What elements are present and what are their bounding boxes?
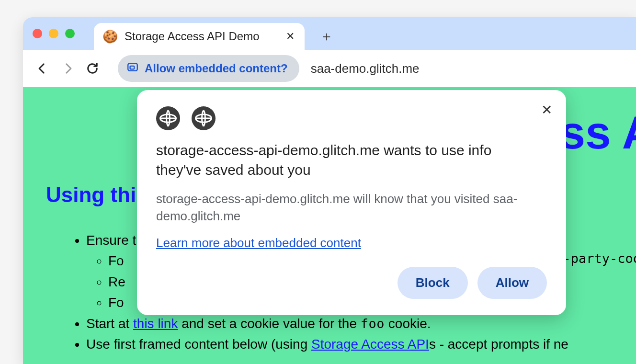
reload-button[interactable] (84, 60, 101, 77)
browser-window: 🍪 Storage Access API Demo ✕ ＋ Allow embe… (23, 17, 636, 364)
tab-favicon-icon: 🍪 (102, 29, 118, 44)
popup-actions: Block Allow (156, 267, 547, 299)
permission-chip-label: Allow embedded content? (145, 62, 288, 75)
tab-strip: 🍪 Storage Access API Demo ✕ ＋ (23, 17, 636, 50)
allow-button[interactable]: Allow (477, 267, 547, 299)
globe-icon (192, 106, 216, 130)
this-link[interactable]: this link (133, 316, 178, 331)
back-button[interactable] (34, 60, 51, 77)
svg-rect-1 (130, 66, 135, 69)
embedded-content-icon (126, 61, 139, 76)
page-hero-fragment: ss A (560, 106, 636, 159)
storage-access-api-link[interactable]: Storage Access API (311, 337, 429, 352)
globe-icon (156, 106, 180, 130)
code-fragment-right: -party-coo (563, 251, 636, 266)
window-close-button[interactable] (33, 29, 42, 38)
permission-prompt: ✕ storage-access-api-demo.glitch.me want… (137, 90, 566, 315)
new-tab-button[interactable]: ＋ (318, 28, 335, 45)
window-controls (33, 29, 75, 38)
popup-body: storage-access-api-demo.glitch.me will k… (156, 190, 530, 225)
url-text: saa-demo.glitch.me (311, 61, 420, 76)
popup-title: storage-access-api-demo.glitch.me wants … (156, 141, 506, 180)
tab-close-button[interactable]: ✕ (285, 32, 295, 41)
page-viewport: ss A Using this Ensure t Fo Re Fo Start … (23, 87, 636, 364)
window-maximize-button[interactable] (65, 29, 75, 38)
code-foo: foo (361, 316, 385, 331)
learn-more-link[interactable]: Learn more about embedded content (156, 236, 361, 250)
site-icons (156, 106, 547, 130)
permission-chip[interactable]: Allow embedded content? (118, 55, 299, 82)
address-bar[interactable]: Allow embedded content? saa-demo.glitch.… (118, 55, 625, 82)
popup-close-button[interactable]: ✕ (539, 102, 554, 117)
forward-button[interactable] (59, 60, 76, 77)
block-button[interactable]: Block (398, 267, 468, 299)
list-item: Start at this link and set a cookie valu… (86, 313, 568, 334)
tab-active[interactable]: 🍪 Storage Access API Demo ✕ (94, 23, 305, 50)
section-heading: Using this (46, 183, 148, 207)
toolbar: Allow embedded content? saa-demo.glitch.… (23, 50, 636, 87)
list-item: Use first framed content below (using St… (86, 334, 568, 354)
window-minimize-button[interactable] (49, 29, 58, 38)
tab-title: Storage Access API Demo (125, 30, 279, 43)
